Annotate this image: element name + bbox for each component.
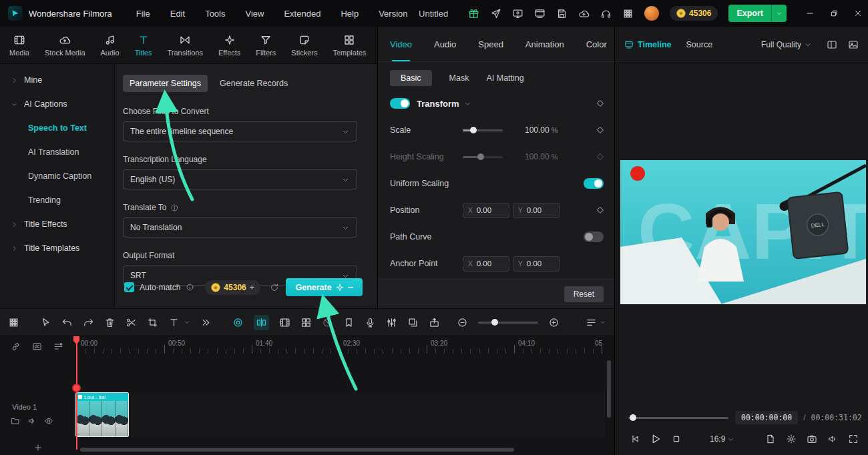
- tab-audio-props[interactable]: Audio: [434, 27, 456, 61]
- zoom-handle[interactable]: [491, 319, 498, 326]
- menu-file[interactable]: File: [136, 9, 150, 19]
- menu-tools[interactable]: Tools: [205, 9, 225, 19]
- tab-stock-media[interactable]: Stock Media: [45, 34, 85, 57]
- transform-toggle[interactable]: [390, 98, 410, 109]
- aspect-ratio-dropdown[interactable]: 16:9: [710, 434, 734, 444]
- voiceover-mic-icon[interactable]: [365, 317, 376, 328]
- playhead[interactable]: [76, 336, 77, 450]
- tab-parameter-settings[interactable]: Parameter Settings: [123, 75, 208, 92]
- path-curve-toggle[interactable]: [584, 232, 604, 242]
- sidebar-group-title-templates[interactable]: Title Templates: [0, 236, 114, 260]
- reset-button[interactable]: Reset: [564, 286, 604, 302]
- stop-icon[interactable]: [671, 434, 682, 444]
- tab-color[interactable]: Color: [586, 27, 607, 61]
- scale-value[interactable]: 100.00: [525, 125, 550, 135]
- enhance-image-icon[interactable]: [848, 39, 859, 50]
- caption-track-icon[interactable]: [32, 342, 42, 352]
- menu-extended[interactable]: Extended: [284, 9, 320, 19]
- panel-icon[interactable]: [534, 8, 546, 19]
- preview-seekbar[interactable]: [628, 417, 728, 419]
- credits-badge[interactable]: 45306: [670, 6, 718, 21]
- position-x-field[interactable]: X0.00: [463, 203, 509, 218]
- preview-video[interactable]: CAPITAL DELL: [620, 160, 866, 304]
- marker-icon[interactable]: [343, 317, 355, 328]
- chevron-down-icon[interactable]: [184, 319, 190, 326]
- tab-titles[interactable]: Titles: [135, 34, 152, 57]
- user-avatar[interactable]: [644, 6, 659, 21]
- tab-video[interactable]: Video: [390, 27, 412, 61]
- text-tool-icon[interactable]: [168, 317, 180, 328]
- track-mute-icon[interactable]: [27, 416, 37, 426]
- sidebar-item-speech-to-text[interactable]: Speech to Text: [0, 116, 114, 140]
- sidebar-item-trending[interactable]: Trending: [0, 188, 114, 212]
- track-manager-icon[interactable]: [53, 342, 63, 352]
- crop-icon[interactable]: [147, 317, 158, 328]
- cut-icon[interactable]: [126, 317, 137, 328]
- timeline-zoom-slider[interactable]: [478, 322, 538, 324]
- track-view-options[interactable]: [586, 317, 606, 328]
- timeline-vertical-scrollbar[interactable]: [607, 360, 611, 418]
- support-headset-icon[interactable]: [600, 8, 612, 19]
- subtab-basic[interactable]: Basic: [390, 70, 432, 86]
- insert-clip-icon[interactable]: [279, 317, 290, 328]
- anchor-x-field[interactable]: X0.00: [463, 256, 509, 272]
- sidebar-group-ai-captions[interactable]: AI Captions: [0, 92, 114, 116]
- refresh-icon[interactable]: [270, 283, 279, 292]
- scale-slider[interactable]: [463, 129, 503, 131]
- zoom-out-icon[interactable]: [457, 317, 468, 328]
- tab-generate-records[interactable]: Generate Records: [217, 75, 290, 92]
- seek-handle[interactable]: [630, 414, 636, 421]
- compound-clip-icon[interactable]: [300, 317, 312, 328]
- auto-match-checkbox[interactable]: [124, 282, 134, 292]
- info-icon[interactable]: [170, 203, 179, 212]
- subtab-ai-matting[interactable]: AI Matting: [486, 73, 523, 83]
- link-clips-icon[interactable]: [11, 342, 21, 352]
- track-visibility-icon[interactable]: [44, 416, 53, 426]
- sidebar-group-title-effects[interactable]: Title Effects: [0, 212, 114, 236]
- tab-timeline-preview[interactable]: Timeline: [624, 40, 671, 49]
- height-scaling-slider[interactable]: [463, 156, 503, 158]
- sidebar-group-mine[interactable]: Mine: [0, 68, 114, 92]
- chevron-down-icon[interactable]: [464, 100, 471, 107]
- screen-record-icon[interactable]: [512, 8, 523, 19]
- play-icon[interactable]: [650, 433, 662, 445]
- track-media-icon[interactable]: [11, 416, 20, 426]
- gift-icon[interactable]: [468, 8, 479, 19]
- tab-animation[interactable]: Animation: [525, 27, 564, 61]
- tab-source-preview[interactable]: Source: [686, 40, 712, 49]
- video-clip[interactable]: Loui...ital: [75, 392, 129, 437]
- undo-icon[interactable]: [61, 317, 73, 328]
- fullscreen-icon[interactable]: [848, 434, 859, 444]
- tab-templates[interactable]: Templates: [333, 34, 366, 57]
- minimize-icon[interactable]: [805, 9, 815, 18]
- more-tools-icon[interactable]: [200, 317, 212, 328]
- tab-stickers[interactable]: Stickers: [291, 34, 317, 57]
- previous-frame-icon[interactable]: [630, 434, 640, 444]
- keyframe-diamond-icon[interactable]: [596, 99, 605, 108]
- export-dropdown[interactable]: [771, 5, 787, 22]
- layout-icon[interactable]: [827, 39, 837, 50]
- apps-grid-icon[interactable]: [622, 8, 634, 19]
- restore-icon[interactable]: [829, 9, 839, 18]
- clip-caption-bar[interactable]: Loui...ital: [76, 393, 128, 401]
- generate-button[interactable]: Generate --: [286, 278, 363, 296]
- export-button[interactable]: Export: [728, 5, 787, 22]
- menu-edit[interactable]: Edit: [170, 9, 185, 19]
- quick-split-mode-icon[interactable]: [232, 317, 244, 328]
- tab-transitions[interactable]: Transitions: [168, 34, 203, 57]
- tab-speed[interactable]: Speed: [478, 27, 503, 61]
- transcription-language-select[interactable]: English (US): [123, 169, 357, 189]
- keyframe-diamond-icon[interactable]: [596, 125, 605, 135]
- save-icon[interactable]: [556, 8, 568, 19]
- quality-dropdown[interactable]: Full Quality: [761, 40, 812, 49]
- cloud-upload-icon[interactable]: [578, 8, 590, 19]
- sidebar-item-dynamic-caption[interactable]: Dynamic Caption: [0, 164, 114, 188]
- speaker-icon[interactable]: [827, 434, 838, 444]
- zoom-in-icon[interactable]: [548, 317, 560, 328]
- files-to-convert-select[interactable]: The entire timeline sequence: [123, 121, 357, 141]
- delete-icon[interactable]: [104, 317, 116, 328]
- video-track-lane[interactable]: [73, 392, 605, 438]
- sidebar-item-ai-translation[interactable]: AI Translation: [0, 140, 114, 164]
- close-icon[interactable]: [853, 9, 863, 18]
- menu-help[interactable]: Help: [341, 9, 359, 19]
